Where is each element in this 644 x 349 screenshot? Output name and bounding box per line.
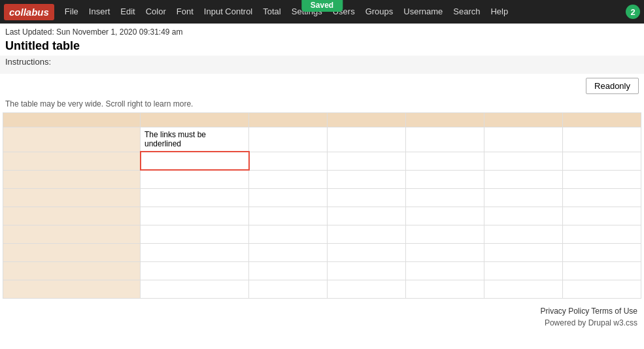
nav-search[interactable]: Search bbox=[448, 0, 485, 24]
table-cell-r1c6[interactable] bbox=[563, 127, 641, 152]
nav-font[interactable]: Font bbox=[171, 0, 199, 24]
table-cell-r1c5[interactable] bbox=[484, 127, 563, 152]
nav-groups[interactable]: Groups bbox=[360, 0, 399, 24]
nav-total[interactable]: Total bbox=[258, 0, 286, 24]
nav-input-control[interactable]: Input Control bbox=[199, 0, 258, 24]
table-header-row bbox=[3, 113, 641, 127]
table-cell-r2c3[interactable] bbox=[328, 152, 406, 170]
instructions-row: Instructions: bbox=[0, 56, 644, 74]
nav-help[interactable]: Help bbox=[485, 0, 513, 24]
table-cell-r1c4[interactable] bbox=[406, 127, 484, 152]
notification-badge[interactable]: 2 bbox=[626, 5, 640, 19]
saved-badge: Saved bbox=[301, 0, 343, 12]
privacy-policy-link[interactable]: Privacy Policy bbox=[541, 307, 590, 316]
table-row bbox=[3, 261, 641, 280]
table-header-col0 bbox=[3, 113, 141, 127]
table-cell-r1c2[interactable] bbox=[249, 127, 328, 152]
table-row bbox=[3, 170, 641, 188]
table-cell-r2c0[interactable] bbox=[3, 152, 141, 170]
nav-color[interactable]: Color bbox=[141, 0, 171, 24]
nav-username[interactable]: Username bbox=[398, 0, 448, 24]
table-cell-r2c2[interactable] bbox=[249, 152, 328, 170]
table-cell-r2c4[interactable] bbox=[406, 152, 484, 170]
scroll-notice: The table may be very wide. Scroll right… bbox=[0, 98, 644, 112]
main-table: The links must be underlined bbox=[3, 112, 641, 299]
toolbar-row: Readonly bbox=[0, 74, 644, 98]
last-updated: Last Updated: Sun November 1, 2020 09:31… bbox=[0, 24, 644, 38]
table-header-col5 bbox=[484, 113, 563, 127]
table-wrapper: The links must be underlined bbox=[0, 112, 644, 299]
table-row bbox=[3, 243, 641, 261]
table-row bbox=[3, 280, 641, 298]
table-row bbox=[3, 207, 641, 225]
instructions-label: Instructions: bbox=[5, 57, 51, 67]
table-cell-r2c1-selected[interactable] bbox=[141, 152, 249, 170]
readonly-button[interactable]: Readonly bbox=[586, 78, 639, 94]
table-row: The links must be underlined bbox=[3, 127, 641, 152]
table-row bbox=[3, 152, 641, 170]
table-header-col4 bbox=[406, 113, 484, 127]
nav-insert[interactable]: Insert bbox=[84, 0, 116, 24]
navbar: collabus Saved File Insert Edit Color Fo… bbox=[0, 0, 644, 24]
table-cell-r2c5[interactable] bbox=[484, 152, 563, 170]
table-row bbox=[3, 225, 641, 243]
table-header-col2 bbox=[249, 113, 328, 127]
table-cell-r1c1[interactable]: The links must be underlined bbox=[141, 127, 249, 152]
table-header-col6 bbox=[563, 113, 641, 127]
table-header-col3 bbox=[328, 113, 406, 127]
footer-powered-by: Powered by Drupal w3.css bbox=[0, 318, 644, 333]
table-row bbox=[3, 188, 641, 207]
terms-of-use-link[interactable]: Terms of Use bbox=[591, 307, 637, 316]
table-cell-r1c3[interactable] bbox=[328, 127, 406, 152]
table-header-col1 bbox=[141, 113, 249, 127]
page-title: Untitled table bbox=[0, 38, 644, 56]
nav-edit[interactable]: Edit bbox=[115, 0, 140, 24]
nav-file[interactable]: File bbox=[59, 0, 84, 24]
table-cell-r2c6[interactable] bbox=[563, 152, 641, 170]
table-cell-r1c0[interactable] bbox=[3, 127, 141, 152]
logo[interactable]: collabus bbox=[4, 4, 54, 20]
footer: Privacy Policy Terms of Use bbox=[0, 299, 644, 318]
